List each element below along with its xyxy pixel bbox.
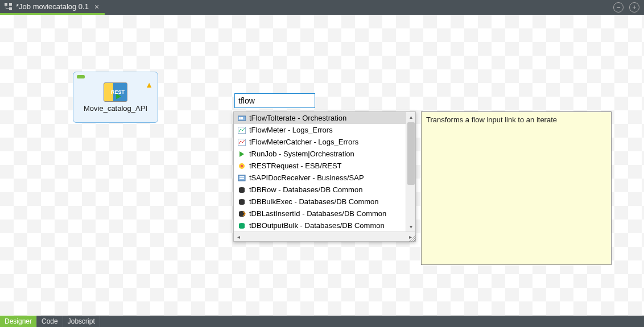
close-icon[interactable]: × <box>92 2 101 11</box>
svg-rect-4 <box>239 117 241 119</box>
job-tree-icon <box>5 3 13 11</box>
palette-item[interactable]: tDBBulkExec - Databases/DB Common <box>234 196 415 208</box>
rest-component-icon: REST <box>104 82 127 102</box>
palette-item-label: tFlowToIterate - Orchestration <box>249 114 346 122</box>
tab-jobscript[interactable]: Jobscript <box>63 316 100 327</box>
component-icon <box>237 150 246 158</box>
tooltip-text: Transforms a flow input link to an itera… <box>426 115 557 124</box>
rest-badge: REST <box>111 89 125 95</box>
editor-tab-title: *Job moviecatalog 0.1 <box>16 2 89 11</box>
vertical-scrollbar[interactable]: ▴ ▾ <box>406 112 415 231</box>
palette-item[interactable]: tFlowMeterCatcher - Logs_Errors <box>234 136 415 148</box>
palette-item[interactable]: tDBRow - Databases/DB Common <box>234 184 415 196</box>
palette-item[interactable]: tDBLastInsertId - Databases/DB Common <box>234 208 415 220</box>
component-node-rest[interactable]: ▲ REST Movie_catalog_API <box>73 72 158 123</box>
palette-search-input[interactable] <box>234 93 315 108</box>
component-icon <box>237 221 246 230</box>
component-icon <box>237 162 246 170</box>
component-label: Movie_catalog_API <box>84 104 147 113</box>
palette-item-label: tDBBulkExec - Databases/DB Common <box>249 197 379 206</box>
horizontal-scrollbar[interactable]: ◂ ▸ <box>234 231 415 241</box>
component-icon <box>237 138 246 146</box>
palette-item-label: tFlowMeterCatcher - Logs_Errors <box>249 138 358 146</box>
svg-point-15 <box>239 191 245 193</box>
svg-rect-1 <box>9 3 12 6</box>
palette-item[interactable]: tRESTRequest - ESB/REST <box>234 160 415 172</box>
bottom-tab-bar: Designer Code Jobscript <box>0 316 644 327</box>
scroll-thumb[interactable] <box>407 122 415 185</box>
palette-item-label: tRunJob - System|Orchestration <box>249 150 354 158</box>
svg-rect-11 <box>240 176 244 177</box>
editor-tab[interactable]: *Job moviecatalog 0.1 × <box>0 0 105 15</box>
component-icon <box>237 185 246 194</box>
palette-item-label: tDBRow - Databases/DB Common <box>249 185 362 194</box>
palette-list: tFlowToIterate - Orchestration tFlowMete… <box>234 112 415 231</box>
palette-item-label: tDBLastInsertId - Databases/DB Common <box>249 209 386 218</box>
design-canvas[interactable]: ▲ REST Movie_catalog_API tFlowToIterate … <box>0 15 644 316</box>
palette-item-label: tDBOutputBulk - Databases/DB Common <box>249 221 385 230</box>
component-icon <box>237 197 246 206</box>
maximize-icon[interactable]: + <box>629 2 639 13</box>
palette-dropdown: tFlowToIterate - Orchestration tFlowMete… <box>233 111 416 242</box>
palette-item[interactable]: tDBOutputBulk - Databases/DB Common <box>234 220 415 231</box>
title-bar: *Job moviecatalog 0.1 × − + <box>0 0 644 15</box>
svg-point-9 <box>240 164 242 167</box>
scroll-down-arrow[interactable]: ▾ <box>406 222 415 231</box>
tab-designer[interactable]: Designer <box>0 316 37 327</box>
scroll-up-arrow[interactable]: ▴ <box>406 112 415 122</box>
palette-item[interactable]: tFlowMeter - Logs_Errors <box>234 124 415 136</box>
palette-item-label: tRESTRequest - ESB/REST <box>249 162 342 170</box>
svg-point-18 <box>239 202 245 205</box>
svg-rect-5 <box>241 117 243 119</box>
scroll-left-arrow[interactable]: ◂ <box>234 232 243 242</box>
component-icon <box>237 209 246 218</box>
palette-item-label: tFlowMeter - Logs_Errors <box>249 126 333 134</box>
palette-item-label: tSAPIDocReceiver - Business/SAP <box>249 173 364 182</box>
tab-code[interactable]: Code <box>37 316 63 327</box>
title-bar-right: − + <box>613 0 639 15</box>
resize-grip-icon[interactable] <box>407 233 416 242</box>
palette-item[interactable]: tFlowToIterate - Orchestration <box>234 112 415 124</box>
minimize-icon[interactable]: − <box>613 2 624 13</box>
palette-item[interactable]: tRunJob - System|Orchestration <box>234 148 415 160</box>
svg-rect-2 <box>9 7 12 10</box>
node-status-indicator <box>77 75 85 78</box>
svg-point-24 <box>239 226 245 229</box>
description-tooltip: Transforms a flow input link to an itera… <box>421 111 612 265</box>
svg-rect-0 <box>5 3 7 6</box>
component-icon <box>237 126 246 134</box>
svg-rect-12 <box>240 178 244 179</box>
palette-item[interactable]: tSAPIDocReceiver - Business/SAP <box>234 172 415 184</box>
component-icon <box>237 173 246 182</box>
component-icon <box>237 114 246 122</box>
warning-icon: ▲ <box>145 80 153 89</box>
